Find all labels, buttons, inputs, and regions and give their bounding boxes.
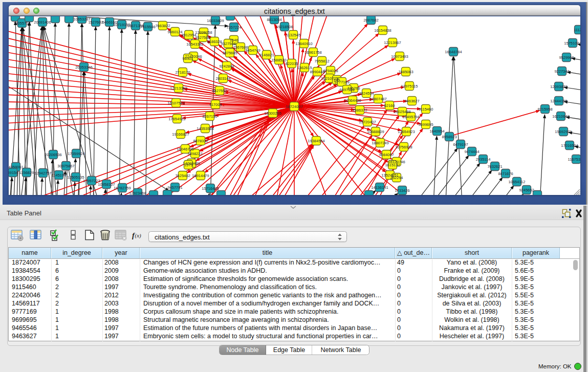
svg-text:252254: 252254 (390, 176, 403, 180)
svg-text:7515546: 7515546 (140, 25, 155, 29)
svg-text:9457791: 9457791 (167, 185, 182, 190)
svg-text:1575: 1575 (184, 163, 193, 167)
svg-text:2087682: 2087682 (363, 18, 378, 23)
svg-text:1156829: 1156829 (19, 170, 34, 175)
svg-text:1588520: 1588520 (271, 58, 286, 62)
svg-text:20691406: 20691406 (34, 20, 51, 25)
svg-text:9474444: 9474444 (464, 149, 479, 154)
svg-text:10025488: 10025488 (394, 110, 410, 114)
svg-text:12213369: 12213369 (170, 86, 187, 91)
svg-text:9146821: 9146821 (259, 53, 274, 57)
svg-text:11127: 11127 (574, 28, 580, 32)
svg-text:17016504: 17016504 (561, 143, 578, 148)
svg-text:12213967: 12213967 (384, 40, 401, 45)
svg-text:2803144: 2803144 (215, 76, 230, 81)
svg-text:10654112: 10654112 (509, 180, 526, 184)
svg-text:9463627: 9463627 (404, 99, 419, 103)
svg-text:10756928: 10756928 (395, 145, 412, 149)
svg-text:7625402: 7625402 (175, 173, 190, 178)
svg-text:19384554: 19384554 (308, 139, 324, 143)
svg-text:8471676: 8471676 (498, 171, 513, 176)
svg-text:16961758: 16961758 (304, 50, 321, 55)
svg-text:10958107: 10958107 (98, 182, 115, 187)
svg-text:12505135: 12505135 (67, 175, 84, 180)
svg-text:12444155: 12444155 (550, 99, 567, 103)
svg-text:7357224: 7357224 (226, 25, 241, 30)
svg-text:3824554: 3824554 (359, 91, 374, 96)
svg-text:8186328: 8186328 (207, 39, 222, 44)
svg-text:8990448: 8990448 (310, 70, 324, 74)
svg-text:16543382: 16543382 (186, 42, 203, 47)
svg-text:16782759: 16782759 (114, 186, 130, 190)
svg-text:2718176: 2718176 (175, 70, 190, 75)
svg-text:9529966: 9529966 (559, 55, 574, 60)
svg-text:1145194: 1145194 (52, 173, 67, 178)
svg-text:20053346: 20053346 (75, 65, 92, 70)
svg-text:19218506: 19218506 (276, 25, 293, 29)
svg-text:30975867: 30975867 (57, 164, 74, 168)
svg-text:16210643: 16210643 (552, 114, 569, 119)
svg-text:8427552: 8427552 (212, 89, 227, 93)
svg-text:7386372: 7386372 (352, 108, 367, 113)
svg-text:9660124: 9660124 (167, 30, 182, 34)
svg-text:9115460: 9115460 (419, 107, 433, 112)
svg-text:8878332: 8878332 (193, 139, 208, 143)
svg-text:14353584: 14353584 (197, 126, 213, 131)
svg-text:12093872: 12093872 (550, 84, 567, 89)
svg-text:9245652: 9245652 (519, 188, 534, 192)
svg-text:16107543: 16107543 (167, 101, 184, 105)
svg-text:4359061: 4359061 (9, 165, 24, 169)
svg-text:62160: 62160 (384, 103, 395, 108)
svg-text:19166827: 19166827 (172, 132, 189, 137)
svg-text:15692971: 15692971 (555, 129, 572, 134)
svg-text:18724007: 18724007 (286, 104, 302, 109)
svg-text:10807487: 10807487 (369, 97, 386, 101)
svg-text:1527602: 1527602 (88, 20, 103, 25)
svg-text:20206536: 20206536 (45, 152, 61, 157)
svg-text:14136141: 14136141 (371, 185, 388, 190)
svg-text:39154: 39154 (9, 170, 18, 175)
svg-text:10973493: 10973493 (391, 54, 408, 59)
svg-text:7663822: 7663822 (155, 24, 170, 28)
svg-text:16154838: 16154838 (374, 28, 391, 33)
svg-text:17654922: 17654922 (168, 117, 185, 121)
svg-text:18807249: 18807249 (372, 141, 388, 145)
svg-text:14055714: 14055714 (13, 21, 30, 26)
svg-text:16914479: 16914479 (192, 173, 209, 178)
svg-text:8958923: 8958923 (442, 135, 456, 139)
svg-text:9242848: 9242848 (219, 64, 234, 69)
svg-text:15716485: 15716485 (202, 186, 219, 191)
svg-text:98901: 98901 (183, 56, 193, 61)
svg-text:13654923: 13654923 (398, 129, 415, 134)
svg-text:12942757: 12942757 (34, 171, 51, 176)
svg-text:6794028: 6794028 (323, 69, 338, 73)
svg-text:1640954: 1640954 (429, 129, 444, 134)
svg-text:7955812: 7955812 (314, 59, 329, 63)
svg-text:11675333: 11675333 (568, 157, 580, 162)
svg-text:417004: 417004 (209, 102, 222, 107)
svg-text:12923468: 12923468 (129, 191, 146, 195)
svg-text:(x): (x) (135, 232, 142, 239)
svg-text:9699695: 9699695 (418, 122, 433, 127)
svg-text:9777169: 9777169 (334, 80, 349, 84)
svg-text:16495794: 16495794 (402, 115, 419, 119)
svg-text:6479197: 6479197 (453, 142, 468, 147)
svg-text:822035: 822035 (285, 61, 298, 66)
svg-text:17359924: 17359924 (68, 151, 84, 156)
svg-text:8912954: 8912954 (181, 33, 196, 37)
svg-text:6497568: 6497568 (339, 87, 354, 92)
svg-text:7632621: 7632621 (487, 164, 502, 169)
svg-text:3498222: 3498222 (187, 151, 202, 156)
svg-text:3875685: 3875685 (222, 51, 237, 55)
svg-text:8215958: 8215958 (537, 107, 552, 112)
svg-text:9084067: 9084067 (379, 152, 394, 157)
svg-text:18300295: 18300295 (264, 111, 281, 116)
svg-text:9227342: 9227342 (554, 69, 569, 74)
svg-text:8813054: 8813054 (267, 17, 281, 22)
svg-text:12975115: 12975115 (401, 84, 418, 89)
svg-text:16046736: 16046736 (177, 147, 193, 151)
svg-text:8267150: 8267150 (202, 114, 217, 119)
svg-text:10688609: 10688609 (367, 129, 384, 134)
svg-text:13226058: 13226058 (195, 30, 212, 35)
svg-text:7485063: 7485063 (398, 70, 413, 74)
